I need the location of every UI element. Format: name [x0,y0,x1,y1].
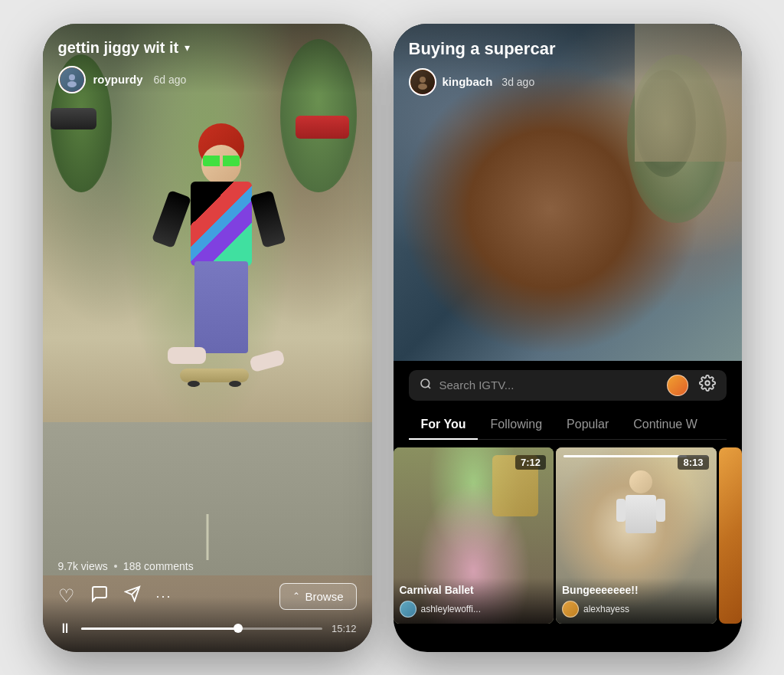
svg-point-1 [67,81,77,87]
bungee-progress-fill [564,455,687,457]
right-avatar-inner [410,70,435,94]
tabs-row: For You Following Popular Continue W [409,411,727,440]
actions-row: ♡ ··· [58,583,357,610]
right-phone: Buying a supercar kingbach 3d ago [394,24,742,652]
wheel-right [229,381,241,387]
road [43,422,372,575]
more-icon[interactable]: ··· [156,588,172,605]
svg-point-5 [418,84,427,90]
video-time: 15:12 [332,623,357,634]
search-right-icons [667,375,716,396]
search-placeholder: Search IGTV... [439,378,514,392]
right-time-ago: 3d ago [501,76,534,88]
ballet-avatar [400,601,416,618]
browse-label: Browse [305,590,343,603]
stats-row: 9.7k views 188 comments [58,560,357,572]
bungee-username: alexhayess [583,604,629,614]
progress-scrubber[interactable] [234,624,243,633]
action-icons: ♡ ··· [58,585,172,608]
bungee-bottom: Bungeeeeeee!! alexhayess [556,578,717,624]
title-dropdown-icon[interactable]: ▾ [185,41,190,54]
avatar-inner [60,67,84,92]
like-icon[interactable]: ♡ [58,585,75,607]
left-avatar[interactable] [58,66,86,93]
thumb-ballet[interactable]: 7:12 Carnival Ballet ashleylewoffi... [394,447,554,624]
right-middle-section: Search IGTV... For You Followin [394,361,742,440]
svg-line-7 [428,386,430,388]
share-icon[interactable] [124,585,141,607]
skater-figure [152,123,290,430]
left-phone: gettin jiggy wit it ▾ roypurdy 6d ago [43,24,372,652]
svg-point-6 [421,379,430,388]
right-username[interactable]: kingbach [443,75,493,88]
ballet-username: ashleylewoffi... [421,604,482,614]
tab-for-you[interactable]: For You [409,411,479,439]
ballet-duration: 7:12 [515,455,546,470]
left-shoe [168,347,206,364]
comment-icon[interactable] [90,585,109,608]
ballet-title: Carnival Ballet [400,584,548,596]
settings-icon[interactable] [699,375,716,395]
share-svg [124,585,141,602]
skateboard [180,369,249,382]
avatar-person-icon [64,72,80,87]
left-arm [151,189,191,247]
bungee-body [626,495,656,533]
svg-point-4 [420,77,426,83]
left-title-row: gettin jiggy wit it ▾ [58,39,357,57]
thumb-bungee[interactable]: 8:13 Bungeeeeeee!! alexhayess [556,447,717,624]
tab-popular[interactable]: Popular [554,411,621,439]
comment-svg [90,585,109,603]
progress-row: ⏸ 15:12 [58,621,357,637]
left-user-row: roypurdy 6d ago [58,66,357,93]
thumb-third[interactable] [719,447,742,624]
ballet-bottom: Carnival Ballet ashleylewoffi... [394,578,554,624]
stats-separator [114,565,117,568]
right-top-section: Buying a supercar kingbach 3d ago [394,24,742,361]
profile-mini-icon[interactable] [667,375,688,396]
left-time-ago: 6d ago [154,74,187,86]
progress-bar[interactable] [81,627,322,630]
svg-point-8 [705,381,710,385]
comments-stat: 188 comments [123,560,194,572]
search-bar[interactable]: Search IGTV... [409,370,727,401]
tab-following[interactable]: Following [478,411,554,439]
wheel-left [188,381,200,387]
left-bottom-overlay: 9.7k views 188 comments ♡ [43,560,372,652]
progress-fill [81,627,238,630]
third-background [719,447,742,624]
bungee-arm-r [656,499,665,522]
bungee-arm-l [616,499,626,522]
right-shoe [249,349,286,372]
pause-button[interactable]: ⏸ [58,621,72,637]
bungee-title: Bungeeeeeee!! [562,584,710,596]
browse-button[interactable]: ⌃ Browse [279,583,356,610]
settings-svg [699,375,716,392]
right-avatar[interactable] [409,68,436,96]
bungee-avatar [562,601,579,618]
phones-container: gettin jiggy wit it ▾ roypurdy 6d ago [43,24,742,652]
right-user-row: kingbach 3d ago [409,68,727,96]
browse-arrow: ⌃ [292,591,300,601]
right-top-overlay: Buying a supercar kingbach 3d ago [394,24,742,96]
left-video-background: gettin jiggy wit it ▾ roypurdy 6d ago [43,24,372,652]
bungee-head [629,470,652,493]
avatar-person-icon-right [415,74,430,90]
svg-point-0 [69,74,75,80]
ballet-user-row: ashleylewoffi... [400,601,548,618]
car-red [296,116,349,139]
views-stat: 9.7k views [58,560,108,572]
search-icon [420,378,432,393]
right-arm [250,190,286,247]
search-svg [420,378,432,390]
tab-continue[interactable]: Continue W [621,411,710,439]
left-username[interactable]: roypurdy [93,73,143,86]
bungee-user-row: alexhayess [562,601,710,618]
car-dark [51,108,96,129]
road-center-line [206,514,208,560]
pants [194,261,248,353]
jacket [191,182,252,266]
bungee-person [618,470,664,562]
bungee-duration: 8:13 [678,455,708,470]
video-title: gettin jiggy wit it [58,39,179,57]
